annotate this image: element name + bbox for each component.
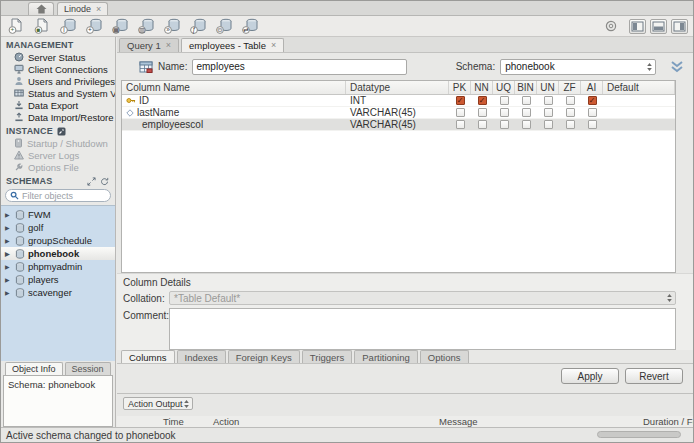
- create-view-icon[interactable]: ▥: [136, 18, 156, 35]
- tab-indexes[interactable]: Indexes: [177, 350, 226, 363]
- cell-column-name[interactable]: lastName: [122, 107, 346, 118]
- action-output-selector[interactable]: Action Output: [123, 397, 193, 410]
- flag-ai-checkbox[interactable]: ✓: [588, 96, 597, 105]
- schema-select[interactable]: phonebook: [500, 59, 656, 75]
- expander-icon[interactable]: ▶: [5, 251, 12, 257]
- tab-employees-table[interactable]: employees - Table×: [181, 38, 284, 52]
- tab-partitioning[interactable]: Partitioning: [354, 350, 418, 363]
- flag-zf-checkbox[interactable]: [566, 96, 575, 105]
- column-row-employeescol[interactable]: employeescolVARCHAR(45): [122, 119, 675, 131]
- schema-item-players[interactable]: ▶players: [1, 273, 115, 286]
- reconnect-dbms-icon[interactable]: ⇄: [240, 18, 260, 35]
- sidebar-item-startup-shutdown[interactable]: Startup / Shutdown: [1, 137, 115, 149]
- flag-nn-checkbox[interactable]: ✓: [478, 96, 487, 105]
- sidebar-item-data-import-restore[interactable]: Data Import/Restore: [1, 111, 115, 123]
- flag-zf-checkbox[interactable]: [566, 108, 575, 117]
- collapse-all-icon[interactable]: [87, 177, 96, 186]
- schema-item-phpmyadmin[interactable]: ▶phpmyadmin: [1, 260, 115, 273]
- column-header-default[interactable]: Default: [603, 81, 675, 94]
- column-header-uq[interactable]: UQ: [493, 81, 515, 94]
- schema-item-fwm[interactable]: ▶FWM: [1, 208, 115, 221]
- flag-un-checkbox[interactable]: [544, 108, 553, 117]
- toggle-left-panel-icon[interactable]: [629, 19, 646, 34]
- db-inspector-icon[interactable]: i: [58, 18, 78, 35]
- expander-icon[interactable]: ▶: [5, 225, 12, 231]
- create-table-icon[interactable]: ▦: [110, 18, 130, 35]
- flag-uq-checkbox[interactable]: [500, 120, 509, 129]
- tab-object-info[interactable]: Object Info: [5, 362, 63, 375]
- schema-filter-input[interactable]: [22, 191, 102, 201]
- create-schema-icon[interactable]: +: [84, 18, 104, 35]
- column-row-id[interactable]: IDINT✓✓✓: [122, 95, 675, 107]
- collation-select[interactable]: *Table Default*: [169, 291, 676, 305]
- home-tab[interactable]: [28, 2, 54, 15]
- new-query-tab-icon[interactable]: +: [6, 18, 26, 35]
- flag-uq-checkbox[interactable]: [500, 108, 509, 117]
- refresh-schemas-icon[interactable]: [100, 177, 109, 186]
- flag-un-checkbox[interactable]: [544, 96, 553, 105]
- table-data-search-icon[interactable]: ⊙: [214, 18, 234, 35]
- schema-item-groupschedule[interactable]: ▶groupSchedule: [1, 234, 115, 247]
- revert-button[interactable]: Revert: [625, 368, 683, 384]
- table-name-input[interactable]: [192, 59, 407, 75]
- tab-options[interactable]: Options: [420, 350, 469, 363]
- tab-triggers[interactable]: Triggers: [302, 350, 353, 363]
- cell-datatype[interactable]: INT: [346, 95, 449, 106]
- tab-columns[interactable]: Columns: [121, 350, 175, 363]
- schema-filter-box[interactable]: [5, 189, 111, 202]
- column-header-un[interactable]: UN: [537, 81, 559, 94]
- cell-default[interactable]: [603, 119, 675, 130]
- column-header-pk[interactable]: PK: [449, 81, 471, 94]
- expander-icon[interactable]: ▶: [5, 277, 12, 283]
- create-procedure-icon[interactable]: »: [162, 18, 182, 35]
- sidebar-item-status-and-system-variables[interactable]: Status and System Variables: [1, 87, 115, 99]
- close-icon[interactable]: ×: [96, 5, 101, 14]
- column-header-ai[interactable]: AI: [581, 81, 603, 94]
- comment-textarea[interactable]: [169, 308, 676, 350]
- column-header-bin[interactable]: BIN: [515, 81, 537, 94]
- create-function-icon[interactable]: ƒ: [188, 18, 208, 35]
- flag-bin-checkbox[interactable]: [522, 96, 531, 105]
- expand-editor-button[interactable]: [667, 59, 687, 75]
- expander-icon[interactable]: ▶: [5, 212, 12, 218]
- flag-nn-checkbox[interactable]: [478, 120, 487, 129]
- schema-item-golf[interactable]: ▶golf: [1, 221, 115, 234]
- sidebar-item-options-file[interactable]: Options File: [1, 161, 115, 173]
- flag-bin-checkbox[interactable]: [522, 120, 531, 129]
- cell-column-name[interactable]: employeescol: [122, 119, 346, 130]
- close-icon[interactable]: ×: [166, 41, 171, 50]
- sidebar-item-server-logs[interactable]: Server Logs: [1, 149, 115, 161]
- sidebar-item-client-connections[interactable]: Client Connections: [1, 63, 115, 75]
- column-header-nn[interactable]: NN: [471, 81, 493, 94]
- cell-datatype[interactable]: VARCHAR(45): [346, 119, 449, 130]
- cell-column-name[interactable]: ID: [122, 95, 346, 106]
- sidebar-item-data-export[interactable]: Data Export: [1, 99, 115, 111]
- tab-query-1[interactable]: Query 1×: [119, 38, 179, 52]
- horizontal-scrollbar-thumb[interactable]: [597, 431, 681, 438]
- columns-grid-empty-area[interactable]: [122, 131, 675, 272]
- cell-default[interactable]: [603, 107, 675, 118]
- toggle-right-panel-icon[interactable]: [671, 19, 688, 34]
- flag-bin-checkbox[interactable]: [522, 108, 531, 117]
- schema-item-phonebook[interactable]: ▶phonebook: [1, 247, 115, 260]
- tab-foreign-keys[interactable]: Foreign Keys: [228, 350, 300, 363]
- flag-pk-checkbox[interactable]: ✓: [456, 96, 465, 105]
- connection-tab[interactable]: Linode ×: [57, 2, 108, 15]
- flag-zf-checkbox[interactable]: [566, 120, 575, 129]
- flag-pk-checkbox[interactable]: [456, 108, 465, 117]
- sidebar-item-server-status[interactable]: Server Status: [1, 51, 115, 63]
- flag-pk-checkbox[interactable]: [456, 120, 465, 129]
- expander-icon[interactable]: ▶: [5, 290, 12, 296]
- expander-icon[interactable]: ▶: [5, 264, 12, 270]
- open-sql-script-icon[interactable]: ■: [32, 18, 52, 35]
- sidebar-item-users-and-privileges[interactable]: Users and Privileges: [1, 75, 115, 87]
- tab-session[interactable]: Session: [65, 362, 111, 375]
- flag-un-checkbox[interactable]: [544, 120, 553, 129]
- cell-datatype[interactable]: VARCHAR(45): [346, 107, 449, 118]
- flag-ai-checkbox[interactable]: [588, 120, 597, 129]
- column-header-column-name[interactable]: Column Name: [122, 81, 346, 94]
- schema-item-scavenger[interactable]: ▶scavenger: [1, 286, 115, 299]
- flag-ai-checkbox[interactable]: [588, 108, 597, 117]
- apply-button[interactable]: Apply: [561, 368, 619, 384]
- column-header-datatype[interactable]: Datatype: [346, 81, 449, 94]
